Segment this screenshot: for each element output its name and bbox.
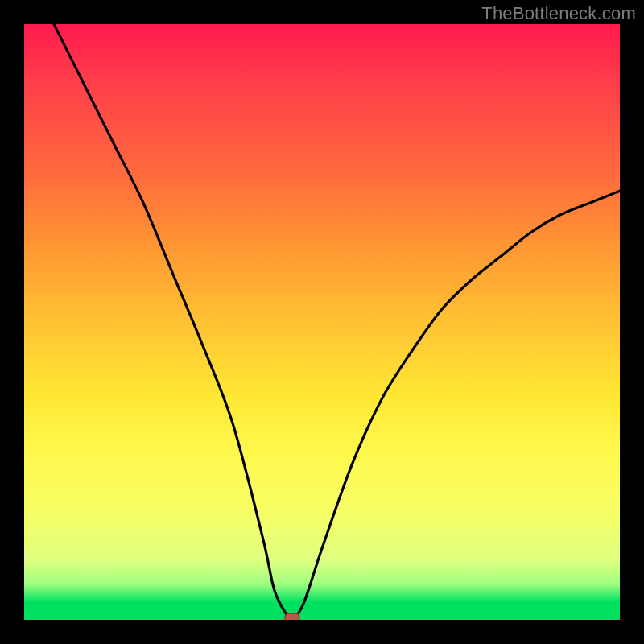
curve-svg — [24, 24, 620, 620]
plot-area — [24, 24, 620, 620]
chart-frame: TheBottleneck.com — [0, 0, 644, 644]
minimum-marker — [285, 613, 299, 620]
bottleneck-curve — [54, 24, 620, 620]
watermark-text: TheBottleneck.com — [481, 3, 636, 24]
